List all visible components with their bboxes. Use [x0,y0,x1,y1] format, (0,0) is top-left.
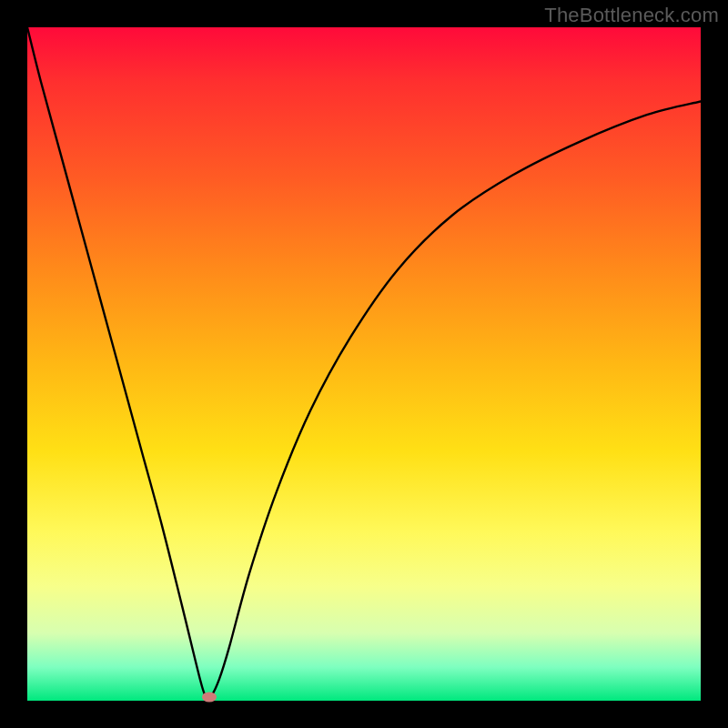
chart-frame: TheBottleneck.com [0,0,728,728]
curve-svg [27,27,701,701]
bottleneck-curve [27,27,701,698]
minimum-marker [202,693,217,703]
watermark-text: TheBottleneck.com [544,4,719,27]
plot-area [27,27,701,701]
